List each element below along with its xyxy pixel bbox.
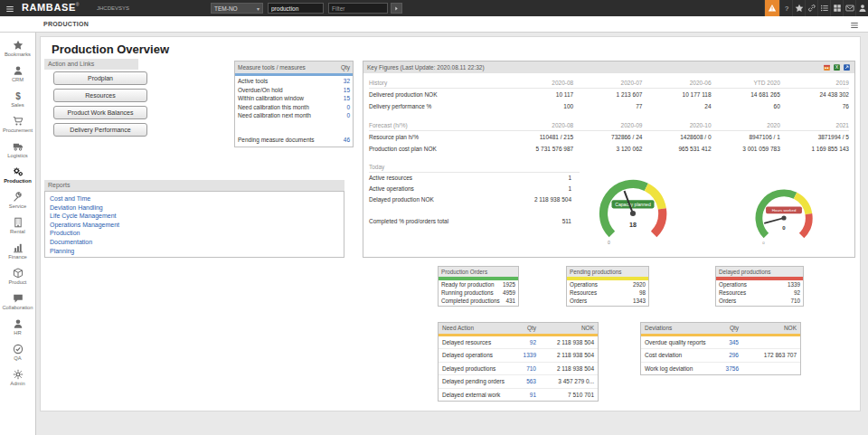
measure-row: Need calibration next month0 — [235, 111, 353, 120]
sidebar-item-procurement[interactable]: Procurement — [0, 111, 35, 137]
kf-section-header: History2020-082020-072020-06YTD 20202019 — [369, 77, 849, 89]
sidebar-item-product[interactable]: Product — [0, 263, 35, 288]
report-link-operations-management[interactable]: Operations Management — [50, 221, 339, 230]
action-button-resources[interactable]: Resources — [53, 89, 147, 102]
qty-link[interactable]: 1339 — [505, 349, 536, 361]
kf-value: 1 213 607 — [573, 89, 642, 100]
warning-button[interactable] — [764, 0, 779, 16]
nok-column-header: NOK — [536, 323, 594, 334]
status-row: Orders710 — [716, 297, 803, 305]
row-label: Delayed pending orders — [442, 375, 505, 387]
grid-button[interactable] — [830, 0, 843, 16]
sidebar-item-service[interactable]: Service — [0, 187, 35, 213]
mail-button[interactable] — [843, 0, 855, 16]
report-link-documentation[interactable]: Documentation — [50, 238, 339, 247]
module-select[interactable]: TEM-NO ▾ — [211, 3, 263, 14]
qty-link[interactable]: 563 — [505, 375, 536, 387]
hamburger-menu-button[interactable] — [3, 3, 16, 14]
report-link-deviation-handling[interactable]: Deviation Handling — [50, 203, 339, 213]
kf-column-header: 2020-10 — [642, 119, 711, 131]
status-row: Operations2920 — [567, 280, 648, 288]
measure-qty-link[interactable]: 0 — [346, 111, 350, 120]
action-button-prodplan[interactable]: Prodplan — [53, 71, 147, 85]
report-link-life-cycle-management[interactable]: Life Cycle Management — [50, 212, 339, 221]
sidebar-item-crm[interactable]: CRM — [0, 61, 35, 86]
qty-link[interactable]: 345 — [708, 336, 739, 348]
kf-row-label: Delivery performance % — [369, 100, 505, 112]
status-row-label: Resources — [719, 288, 746, 297]
sidebar-item-logistics[interactable]: Logistics — [0, 137, 35, 162]
today-label: Active resources — [369, 173, 412, 184]
status-card-title: Pending productions — [567, 267, 648, 277]
sidebar-item-qa[interactable]: QA — [0, 339, 35, 364]
person-button[interactable] — [855, 0, 868, 16]
measure-rows: Active tools32Overdue/On hold15Within ca… — [235, 76, 353, 120]
table-row: Work log deviation3756 — [641, 363, 800, 374]
go-button[interactable] — [391, 3, 402, 14]
app: RAMBASE® JHCDEVSYS TEM-NO ▾ ? PRODUCTION… — [0, 0, 868, 435]
go-icon — [393, 5, 400, 12]
program-search-input[interactable] — [268, 3, 324, 14]
list-button[interactable] — [817, 0, 830, 16]
sidebar-item-hr[interactable]: HR — [0, 314, 35, 339]
qty-link[interactable]: 3756 — [708, 363, 739, 374]
kf-value: 3 001 059 783 — [712, 143, 780, 155]
sidebar-item-label: HR — [14, 330, 21, 336]
filter-input[interactable] — [328, 3, 388, 14]
qty-link[interactable]: 91 — [505, 389, 536, 401]
actions-header: Action and Links — [44, 59, 138, 70]
measure-qty-link[interactable]: 15 — [344, 86, 350, 95]
measure-tools-header: Measure tools / measures Qty — [235, 61, 353, 73]
question-button[interactable]: ? — [779, 0, 792, 16]
table-row: Delayed productions7102 118 938 504 — [439, 363, 598, 375]
action-button-delivery-performance[interactable]: Delivery Performance — [53, 123, 147, 137]
page-menu-button[interactable] — [847, 19, 861, 30]
status-row-value: 1925 — [503, 280, 515, 288]
svg-text:0: 0 — [608, 240, 610, 245]
sidebar-item-admin[interactable]: Admin — [0, 364, 35, 390]
kf-column-header: 2021 — [780, 119, 849, 131]
measure-label: Pending measure documents — [238, 136, 315, 145]
report-link-production[interactable]: Production — [50, 229, 339, 238]
star-button[interactable] — [792, 0, 805, 16]
table-header: DeviationsQtyNOK — [641, 323, 800, 334]
sidebar: BookmarksCRM$SalesProcurementLogisticsPr… — [0, 33, 36, 435]
table-row: Cost deviation296172 863 707 — [641, 349, 800, 362]
measure-row: Overdue/On hold15 — [235, 86, 353, 95]
hamburger-icon — [850, 21, 859, 30]
link-icon — [807, 4, 816, 13]
status-row-value: 1343 — [633, 297, 646, 305]
kf-value: 3871994 / 5 — [780, 131, 849, 143]
sidebar-item-sales[interactable]: $Sales — [0, 86, 35, 111]
report-link-planning[interactable]: Planning — [50, 247, 339, 256]
nok-value: 7 510 701 — [536, 389, 594, 401]
measure-qty-link[interactable]: 0 — [346, 103, 350, 112]
kf-value: 965 531 412 — [642, 143, 711, 155]
table-row: Delayed external work917 510 701 — [439, 389, 598, 401]
sidebar-item-collaboration[interactable]: Collaboration — [0, 288, 35, 314]
sidebar-item-rental[interactable]: Rental — [0, 213, 35, 238]
link-button[interactable] — [805, 0, 817, 16]
wrench-icon — [13, 192, 24, 203]
measure-label: Need calibration next month — [238, 111, 311, 120]
svg-text:18: 18 — [629, 222, 637, 229]
sidebar-item-label: QA — [14, 355, 21, 361]
measure-tools-title: Measure tools / measures — [238, 64, 306, 71]
report-link-cost-and-time[interactable]: Cost and Time — [50, 194, 339, 203]
sidebar-item-label: CRM — [12, 77, 24, 82]
measure-qty-link[interactable]: 32 — [344, 77, 350, 86]
qty-link[interactable]: 92 — [505, 336, 536, 348]
hamburger-icon — [5, 5, 14, 14]
qty-link[interactable]: 710 — [505, 363, 536, 374]
measure-qty-link[interactable]: 15 — [344, 94, 350, 103]
nok-value: 3 457 279 0... — [536, 375, 594, 387]
qty-link[interactable]: 296 — [708, 349, 739, 361]
sidebar-item-finance[interactable]: Finance — [0, 238, 35, 263]
kf-value: 3 120 062 — [573, 143, 642, 155]
measure-row: Need calibration this month0 — [235, 103, 353, 112]
action-button-product-work-balances[interactable]: Product Work Balances — [53, 106, 147, 119]
sidebar-item-production[interactable]: Production — [0, 162, 35, 187]
measure-qty-link[interactable]: 46 — [344, 136, 350, 145]
sidebar-item-bookmarks[interactable]: Bookmarks — [0, 35, 35, 61]
status-row: Completed productions431 — [439, 297, 518, 305]
